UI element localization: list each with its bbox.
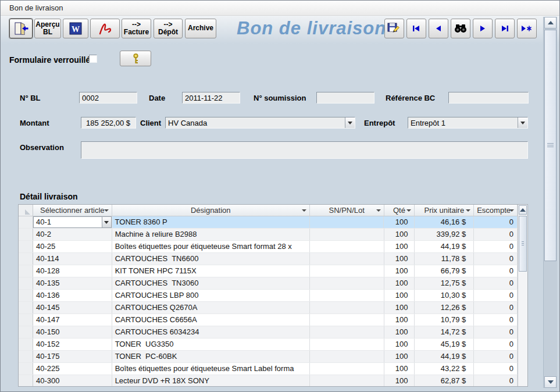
- cell-prix-unitaire[interactable]: 46,16 $: [415, 216, 474, 228]
- cell-escompte[interactable]: 0: [474, 277, 518, 289]
- datasheet-scroll-up-button[interactable]: [519, 205, 527, 215]
- cell-qte[interactable]: 100: [384, 241, 415, 252]
- unlock-key-button[interactable]: [120, 51, 151, 66]
- cell-sn-pn-lot[interactable]: [310, 229, 384, 240]
- form-scrollbar-thumb[interactable]: [544, 30, 557, 261]
- column-header-designation[interactable]: Désignation: [112, 205, 310, 216]
- cell-sn-pn-lot[interactable]: [310, 253, 384, 265]
- cell-article[interactable]: 40-145: [33, 302, 112, 313]
- cell-designation[interactable]: Boîtes étiquettes pour étiqueteuse Smart…: [112, 363, 310, 375]
- row-selector[interactable]: [19, 253, 33, 265]
- row-selector[interactable]: [19, 302, 33, 313]
- cell-sn-pn-lot[interactable]: [310, 338, 384, 350]
- cell-qte[interactable]: 100: [384, 363, 415, 375]
- cell-qte[interactable]: 100: [384, 302, 415, 313]
- table-row[interactable]: 40-135CARTOUCHES TN306010012,75 $0: [19, 277, 518, 290]
- cell-prix-unitaire[interactable]: 10,79 $: [415, 314, 474, 326]
- cell-qte[interactable]: 100: [384, 326, 415, 338]
- previous-record-button[interactable]: [429, 19, 448, 38]
- cell-designation[interactable]: KIT TONER HPC 7115X: [112, 265, 310, 277]
- row-selector[interactable]: [19, 314, 33, 326]
- cell-escompte[interactable]: 0: [474, 241, 518, 252]
- cell-sn-pn-lot[interactable]: [310, 265, 384, 277]
- cell-designation[interactable]: CARTOUCHES C6656A: [112, 314, 310, 326]
- row-selector[interactable]: [19, 265, 33, 277]
- no-bl-field[interactable]: 0002: [79, 92, 137, 104]
- row-selector[interactable]: [19, 338, 33, 350]
- archive-button[interactable]: Archive: [185, 19, 216, 38]
- row-selector[interactable]: [19, 326, 33, 338]
- table-row[interactable]: 40-114CARTOUCHES TN660010011,78 $0: [19, 253, 518, 265]
- date-field[interactable]: 2011-11-22: [182, 92, 240, 104]
- column-header-qte[interactable]: Qté: [384, 205, 415, 216]
- cell-designation[interactable]: CARTOUCHES TN6600: [112, 253, 310, 265]
- new-record-button[interactable]: [517, 19, 537, 38]
- cell-prix-unitaire[interactable]: 12,75 $: [415, 277, 474, 289]
- cell-article[interactable]: 40-152: [33, 338, 112, 350]
- cell-qte[interactable]: 100: [384, 351, 415, 362]
- save-record-button[interactable]: [384, 19, 404, 38]
- table-row[interactable]: 40-136CARTOUCHES LBP 80010010,30 $0: [19, 290, 518, 302]
- cell-sn-pn-lot[interactable]: [310, 290, 384, 301]
- table-row[interactable]: 40-175TONER PC-60BK10044,19 $0: [19, 351, 518, 363]
- cell-article[interactable]: 40-150: [33, 326, 112, 338]
- cell-article[interactable]: 40-300: [33, 375, 112, 386]
- table-row[interactable]: 40-147CARTOUCHES C6656A10010,79 $0: [19, 314, 518, 326]
- cell-article[interactable]: 40-147: [33, 314, 112, 326]
- cell-sn-pn-lot[interactable]: [310, 326, 384, 338]
- cell-sn-pn-lot[interactable]: [310, 351, 384, 362]
- cell-escompte[interactable]: 0: [474, 338, 518, 350]
- row-selector[interactable]: [19, 229, 33, 240]
- cell-qte[interactable]: 100: [384, 277, 415, 289]
- table-row[interactable]: 40-145CARTOUCHES Q2670A10012,26 $0: [19, 302, 518, 314]
- cell-designation[interactable]: TONER PC-60BK: [112, 351, 310, 362]
- cell-sn-pn-lot[interactable]: [310, 277, 384, 289]
- cell-prix-unitaire[interactable]: 43,22 $: [415, 363, 474, 375]
- cell-designation[interactable]: Boîtes étiquettes pour étiqueteuse Smart…: [112, 241, 310, 252]
- cell-designation[interactable]: Lecteur DVD +R 18X SONY: [112, 375, 310, 386]
- table-row[interactable]: 40-150CARTOUCHES 603423410014,72 $0: [19, 326, 518, 338]
- cell-qte[interactable]: 100: [384, 338, 415, 350]
- row-selector[interactable]: [19, 216, 33, 228]
- cell-article[interactable]: 40-136: [33, 290, 112, 301]
- column-header-record-selector[interactable]: [19, 205, 33, 216]
- apercu-bl-button[interactable]: Aperçu BL: [34, 19, 61, 38]
- cell-qte[interactable]: 100: [384, 216, 415, 228]
- cell-designation[interactable]: TONER 8360 P: [112, 216, 310, 228]
- column-header-article[interactable]: Sélectionner article: [33, 205, 112, 216]
- exit-button[interactable]: [9, 19, 33, 38]
- first-record-button[interactable]: [406, 19, 426, 38]
- cell-escompte[interactable]: 0: [474, 229, 518, 240]
- table-row[interactable]: 40-128KIT TONER HPC 7115X10066,79 $0: [19, 265, 518, 277]
- cell-prix-unitaire[interactable]: 14,72 $: [415, 326, 474, 338]
- cell-article[interactable]: 40-175: [33, 351, 112, 362]
- filter-arrow-icon[interactable]: [104, 209, 109, 212]
- column-header-sn-pn-lot[interactable]: SN/PN/Lot: [310, 205, 384, 216]
- row-selector[interactable]: [19, 363, 33, 375]
- cell-designation[interactable]: CARTOUCHES LBP 800: [112, 290, 310, 301]
- cell-escompte[interactable]: 0: [474, 302, 518, 313]
- cell-prix-unitaire[interactable]: 66,79 $: [415, 265, 474, 277]
- cell-sn-pn-lot[interactable]: [310, 241, 384, 252]
- cell-qte[interactable]: 100: [384, 229, 415, 240]
- cell-escompte[interactable]: 0: [474, 216, 518, 228]
- next-record-button[interactable]: [473, 19, 493, 38]
- cell-sn-pn-lot[interactable]: [310, 216, 384, 228]
- entrepot-combobox-dropdown-button[interactable]: [518, 117, 527, 128]
- form-scroll-up-button[interactable]: [544, 17, 557, 28]
- article-combobox[interactable]: 40-1: [33, 216, 112, 228]
- reference-bc-field[interactable]: [448, 92, 529, 104]
- cell-qte[interactable]: 100: [384, 375, 415, 386]
- article-combobox-dropdown-button[interactable]: [102, 216, 112, 228]
- cell-escompte[interactable]: 0: [474, 265, 518, 277]
- cell-article[interactable]: 40-114: [33, 253, 112, 265]
- cell-escompte[interactable]: 0: [474, 351, 518, 362]
- row-selector[interactable]: [19, 241, 33, 252]
- cell-escompte[interactable]: 0: [474, 363, 518, 375]
- cell-escompte[interactable]: 0: [474, 375, 518, 386]
- cell-article[interactable]: 40-2: [33, 229, 112, 240]
- datasheet-scrollbar-thumb[interactable]: [519, 216, 527, 272]
- cell-designation[interactable]: CARTOUCHES 6034234: [112, 326, 310, 338]
- cell-article[interactable]: 40-225: [33, 363, 112, 375]
- cell-article[interactable]: 40-128: [33, 265, 112, 277]
